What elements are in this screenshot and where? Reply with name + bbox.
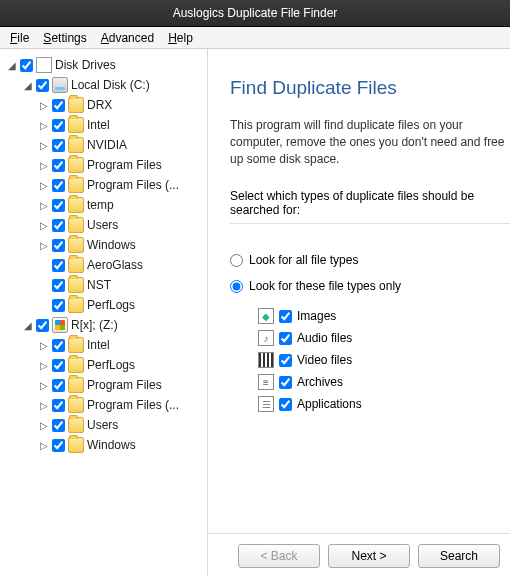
expand-icon[interactable]: ▷ xyxy=(38,160,49,171)
folder-icon xyxy=(68,277,84,293)
radio-only-label: Look for these file types only xyxy=(249,279,401,293)
tree-label: Local Disk (C:) xyxy=(71,78,150,92)
expand-icon[interactable]: ▷ xyxy=(38,360,49,371)
expand-icon[interactable]: ▷ xyxy=(38,440,49,451)
folder-icon xyxy=(68,237,84,253)
tree-checkbox[interactable] xyxy=(52,359,65,372)
tree-checkbox[interactable] xyxy=(52,299,65,312)
tree-checkbox[interactable] xyxy=(52,239,65,252)
tree-checkbox[interactable] xyxy=(52,339,65,352)
file-type-row: ♪Audio files xyxy=(258,327,510,349)
expand-icon[interactable]: ▷ xyxy=(38,120,49,131)
tree-node[interactable]: NST xyxy=(38,275,205,295)
tree-node[interactable]: ▷Program Files xyxy=(38,155,205,175)
tree-node[interactable]: AeroGlass xyxy=(38,255,205,275)
file-type-checkbox[interactable] xyxy=(279,332,292,345)
menubar: File Settings Advanced Help xyxy=(0,27,510,49)
radio-only[interactable] xyxy=(230,280,243,293)
tree-node[interactable]: ▷Program Files xyxy=(38,375,205,395)
menu-help[interactable]: Help xyxy=(162,29,199,47)
tree-node[interactable]: ▷Windows xyxy=(38,235,205,255)
expand-icon[interactable]: ▷ xyxy=(38,180,49,191)
tree-label: NST xyxy=(87,278,111,292)
tree-checkbox[interactable] xyxy=(52,159,65,172)
tree-node[interactable]: ◢R[x]; (Z:) xyxy=(22,315,205,335)
radio-only-row[interactable]: Look for these file types only xyxy=(230,279,510,293)
tree-node[interactable]: ▷Intel xyxy=(38,335,205,355)
expand-icon[interactable]: ▷ xyxy=(38,220,49,231)
tree-node[interactable]: PerfLogs xyxy=(38,295,205,315)
expand-icon[interactable]: ▷ xyxy=(38,240,49,251)
tree-node[interactable]: ◢Local Disk (C:) xyxy=(22,75,205,95)
tree-checkbox[interactable] xyxy=(52,279,65,292)
tree-checkbox[interactable] xyxy=(52,439,65,452)
tree-node[interactable]: ▷DRX xyxy=(38,95,205,115)
tree-checkbox[interactable] xyxy=(52,179,65,192)
drives-icon xyxy=(36,57,52,73)
tree-label: Users xyxy=(87,218,118,232)
tree-checkbox[interactable] xyxy=(52,379,65,392)
tree-node[interactable]: ▷NVIDIA xyxy=(38,135,205,155)
radio-all[interactable] xyxy=(230,254,243,267)
tree-label: Program Files (... xyxy=(87,178,179,192)
menu-file[interactable]: File xyxy=(4,29,35,47)
file-types-list: ◆Images♪Audio filesVideo files≡Archives☰… xyxy=(230,305,510,415)
back-button[interactable]: < Back xyxy=(238,544,320,568)
tree-label: R[x]; (Z:) xyxy=(71,318,118,332)
collapse-icon[interactable]: ◢ xyxy=(22,320,33,331)
file-type-checkbox[interactable] xyxy=(279,354,292,367)
folder-icon xyxy=(68,117,84,133)
radio-all-label: Look for all file types xyxy=(249,253,358,267)
tree-label: Program Files xyxy=(87,378,162,392)
folder-icon xyxy=(68,417,84,433)
expand-icon[interactable]: ▷ xyxy=(38,140,49,151)
tree-checkbox[interactable] xyxy=(52,219,65,232)
tree-node[interactable]: ▷Windows xyxy=(38,435,205,455)
tree-checkbox[interactable] xyxy=(52,199,65,212)
app-icon: ☰ xyxy=(258,396,274,412)
tree-node[interactable]: ▷Program Files (... xyxy=(38,175,205,195)
tree-checkbox[interactable] xyxy=(20,59,33,72)
search-button[interactable]: Search xyxy=(418,544,500,568)
folder-icon xyxy=(68,217,84,233)
tree-checkbox[interactable] xyxy=(52,139,65,152)
tree-label: Program Files (... xyxy=(87,398,179,412)
tree-checkbox[interactable] xyxy=(52,399,65,412)
expand-icon[interactable]: ▷ xyxy=(38,100,49,111)
tree-node[interactable]: ▷PerfLogs xyxy=(38,355,205,375)
radio-all-row[interactable]: Look for all file types xyxy=(230,253,510,267)
expand-icon[interactable]: ▷ xyxy=(38,200,49,211)
file-type-checkbox[interactable] xyxy=(279,310,292,323)
next-button[interactable]: Next > xyxy=(328,544,410,568)
tree-checkbox[interactable] xyxy=(52,99,65,112)
menu-settings[interactable]: Settings xyxy=(37,29,92,47)
tree-checkbox[interactable] xyxy=(52,119,65,132)
tree-node[interactable]: ▷Intel xyxy=(38,115,205,135)
tree-node[interactable]: ▷Users xyxy=(38,215,205,235)
tree-node[interactable]: ◢Disk Drives xyxy=(6,55,205,75)
collapse-icon[interactable]: ◢ xyxy=(22,80,33,91)
file-type-checkbox[interactable] xyxy=(279,398,292,411)
tree-checkbox[interactable] xyxy=(36,79,49,92)
tree-checkbox[interactable] xyxy=(52,419,65,432)
expand-icon[interactable]: ▷ xyxy=(38,380,49,391)
file-type-label: Video files xyxy=(297,353,352,367)
file-type-checkbox[interactable] xyxy=(279,376,292,389)
expand-icon[interactable]: ▷ xyxy=(38,420,49,431)
tree-checkbox[interactable] xyxy=(36,319,49,332)
tree-checkbox[interactable] xyxy=(52,259,65,272)
menu-file-rest: ile xyxy=(17,31,29,45)
file-type-label: Applications xyxy=(297,397,362,411)
file-type-row: Video files xyxy=(258,349,510,371)
expand-icon[interactable]: ▷ xyxy=(38,400,49,411)
menu-advanced[interactable]: Advanced xyxy=(95,29,160,47)
tree-label: Windows xyxy=(87,238,136,252)
tree-node[interactable]: ▷temp xyxy=(38,195,205,215)
tree-node[interactable]: ▷Program Files (... xyxy=(38,395,205,415)
tree-node[interactable]: ▷Users xyxy=(38,415,205,435)
collapse-icon[interactable]: ◢ xyxy=(6,60,17,71)
expand-icon[interactable]: ▷ xyxy=(38,340,49,351)
main-panel: Find Duplicate Files This program will f… xyxy=(208,49,510,576)
folder-icon xyxy=(68,177,84,193)
drive-icon xyxy=(52,77,68,93)
